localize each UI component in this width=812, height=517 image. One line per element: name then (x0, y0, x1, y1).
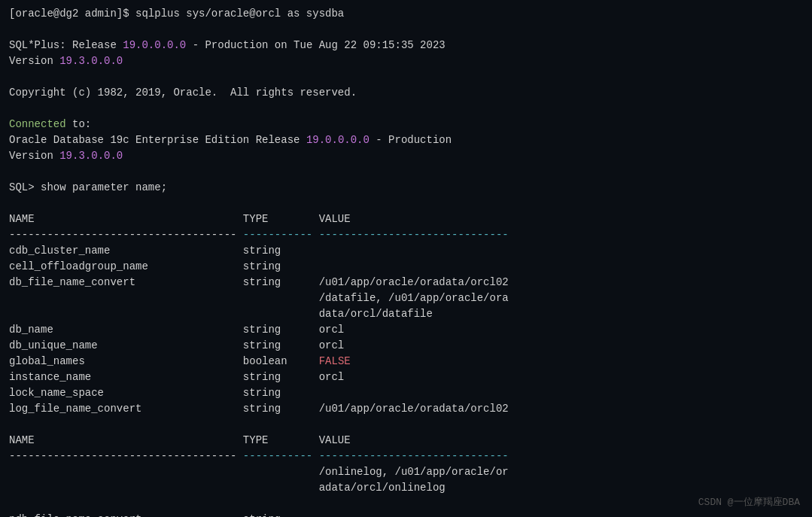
sep-value-2: ------------------------------ (319, 450, 509, 462)
terminal-window: [oracle@dg2 admin]$ sqlplus sys/oracle@o… (0, 0, 812, 517)
row-logfile-1: log_file_name_convert string /u01/app/or… (9, 401, 803, 417)
global-names-value: FALSE (319, 355, 351, 367)
sqlplus-version-number: 19.0.0.0.0 (123, 39, 186, 51)
version-number-1: 19.3.0.0.0 (59, 55, 123, 67)
sep-name: ------------------------------------ (9, 229, 243, 241)
row-dbfile-1: db_file_name_convert string /u01/app/ora… (9, 275, 803, 290)
sqlplus-text: SQL*Plus: Release (9, 39, 123, 51)
connected-line: Connected to: (9, 117, 803, 132)
version-line-1: Version 19.3.0.0.0 (9, 53, 803, 69)
row-lock-name-space: lock_name_space string (9, 385, 803, 401)
row-dbfile-2: /datafile, /u01/app/oracle/ora (9, 290, 803, 306)
oracle-db-text: Oracle Database 19c Enterprise Edition R… (9, 134, 306, 146)
sqlplus-version-line: SQL*Plus: Release 19.0.0.0.0 - Productio… (9, 38, 803, 53)
blank-line-5 (9, 196, 803, 211)
row-global-names: global_names boolean FALSE (9, 354, 803, 370)
row-dbfile-3: data/orcl/datafile (9, 306, 803, 322)
cmd-prompt-line: [oracle@dg2 admin]$ sqlplus sys/oracle@o… (9, 6, 803, 22)
sep-value: ------------------------------ (319, 229, 509, 241)
row-cdb-cluster: cdb_cluster_name string (9, 243, 803, 259)
copyright-line: Copyright (c) 1982, 2019, Oracle. All ri… (9, 85, 803, 101)
blank-line-2 (9, 69, 803, 85)
row-db-unique-name: db_unique_name string orcl (9, 338, 803, 354)
watermark: CSDN @一位摩羯座DBA (698, 495, 800, 510)
connected-to-text: to: (66, 118, 92, 130)
table-separator-1: ------------------------------------ ---… (9, 227, 803, 243)
sqlplus-production-text: - Production on Tue Aug 22 09:15:35 2023 (186, 39, 445, 51)
row-db-name: db_name string orcl (9, 322, 803, 338)
table-separator-2: ------------------------------------ ---… (9, 449, 803, 464)
row-instance-name: instance_name string orcl (9, 370, 803, 385)
blank-line-3 (9, 101, 803, 117)
version-line-2: Version 19.3.0.0.0 (9, 148, 803, 164)
sep-type-2: ----------- (243, 450, 319, 462)
row-cell-offload: cell_offloadgroup_name string (9, 259, 803, 275)
table-header-1: NAME TYPE VALUE (9, 211, 803, 227)
version-label-1: Version (9, 55, 59, 67)
row-logfile-2: /onlinelog, /u01/app/oracle/or (9, 464, 803, 480)
blank-line-4 (9, 164, 803, 180)
row-logfile-3: adata/orcl/onlinelog (9, 480, 803, 496)
row-pdb-file: pdb_file_name_convert string (9, 512, 803, 517)
global-names-text: global_names boolean (9, 355, 319, 367)
oracle-db-line: Oracle Database 19c Enterprise Edition R… (9, 132, 803, 148)
table-header-2: NAME TYPE VALUE (9, 433, 803, 449)
sep-name-2: ------------------------------------ (9, 450, 243, 462)
blank-line-7 (9, 496, 803, 512)
connected-word: Connected (9, 118, 66, 130)
sql-show-line: SQL> show parameter name; (9, 180, 803, 196)
oracle-db-production: - Production (370, 134, 452, 146)
version-number-2: 19.3.0.0.0 (59, 150, 123, 162)
blank-line-6 (9, 417, 803, 433)
blank-line-1 (9, 22, 803, 38)
version-label-2: Version (9, 150, 59, 162)
sep-type: ----------- (243, 229, 319, 241)
oracle-db-version: 19.0.0.0.0 (306, 134, 370, 146)
